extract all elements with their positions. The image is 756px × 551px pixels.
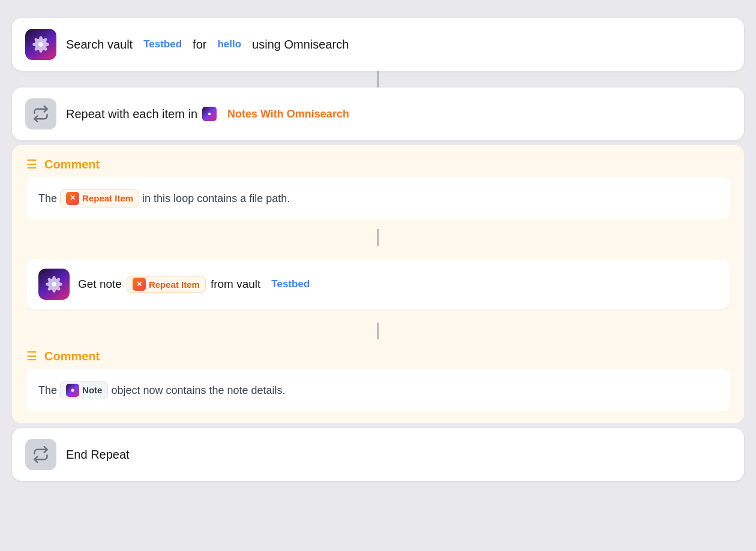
comment1-suffix: in this loop contains a file path. bbox=[142, 190, 290, 207]
connector-line1 bbox=[377, 71, 379, 88]
step1-search-token[interactable]: hello bbox=[211, 37, 247, 52]
step1-suffix: using Omnisearch bbox=[252, 38, 349, 52]
step3-mid: from vault bbox=[211, 278, 260, 291]
connector3 bbox=[26, 323, 730, 339]
step1-text: Search vault Testbed for hello using Omn… bbox=[66, 37, 349, 52]
comment1-header: ☰ Comment bbox=[26, 157, 730, 171]
comment2-block: ☰ Comment The Note object now contains t… bbox=[26, 349, 730, 411]
comment2-icon: ☰ bbox=[26, 349, 37, 363]
step2-card[interactable]: Repeat with each item in Notes With Omni… bbox=[12, 88, 744, 140]
step3-text: Get note ✕ Repeat Item from vault Testbe… bbox=[78, 276, 316, 293]
end-repeat-icon bbox=[25, 439, 56, 470]
gear-icon bbox=[25, 29, 56, 60]
step3-prefix: Get note bbox=[78, 278, 122, 291]
connector2 bbox=[26, 229, 730, 246]
step4-text: End Repeat bbox=[66, 448, 130, 462]
step3-vault-token[interactable]: Testbed bbox=[265, 276, 316, 292]
svg-point-0 bbox=[208, 113, 211, 116]
comment2-title: Comment bbox=[44, 350, 100, 363]
gear-icon2 bbox=[38, 269, 70, 300]
step3-card[interactable]: Get note ✕ Repeat Item from vault Testbe… bbox=[26, 259, 730, 309]
step3-token-label: Repeat Item bbox=[149, 279, 200, 290]
comment2-suffix: object now contains the note details. bbox=[111, 382, 285, 399]
comment1-repeat-token[interactable]: ✕ Repeat Item bbox=[60, 189, 139, 207]
step2-prefix: Repeat with each item in bbox=[66, 107, 197, 121]
comment1-block: ☰ Comment The ✕ Repeat Item in this loop… bbox=[26, 157, 730, 219]
connector-line3 bbox=[377, 323, 379, 339]
connector-line2 bbox=[377, 229, 379, 246]
comment2-header: ☰ Comment bbox=[26, 349, 730, 363]
comment1-token-label: Repeat Item bbox=[82, 191, 133, 206]
comment1-icon: ☰ bbox=[26, 157, 37, 171]
step1-for: for bbox=[193, 38, 206, 52]
svg-point-1 bbox=[71, 389, 74, 392]
comment2-note-token[interactable]: Note bbox=[60, 381, 108, 399]
step4-label: End Repeat bbox=[66, 448, 130, 462]
comment2-token-label: Note bbox=[82, 383, 102, 398]
step1-vault-token[interactable]: Testbed bbox=[137, 37, 188, 52]
comment1-title: Comment bbox=[44, 158, 100, 171]
comment2-body: The Note object now contains the note de… bbox=[26, 369, 730, 411]
comment1-prefix: The bbox=[38, 190, 57, 207]
step1-prefix: Search vault bbox=[66, 38, 133, 52]
comment2-prefix: The bbox=[38, 382, 57, 399]
step2-text: Repeat with each item in Notes With Omni… bbox=[66, 106, 355, 122]
note-icon-inline bbox=[66, 384, 79, 397]
loop-body: ☰ Comment The ✕ Repeat Item in this loop… bbox=[12, 145, 744, 423]
step2-source-token[interactable]: Notes With Omnisearch bbox=[221, 106, 355, 122]
repeat-x-icon2: ✕ bbox=[133, 278, 146, 291]
step1-card[interactable]: Search vault Testbed for hello using Omn… bbox=[12, 18, 744, 71]
repeat-x-icon1: ✕ bbox=[66, 192, 79, 205]
step4-card[interactable]: End Repeat bbox=[12, 428, 744, 481]
repeat-icon bbox=[25, 98, 56, 130]
omnisearch-icon-inline bbox=[202, 107, 217, 121]
connector1 bbox=[12, 71, 744, 88]
comment1-body: The ✕ Repeat Item in this loop contains … bbox=[26, 177, 730, 219]
step3-repeat-token[interactable]: ✕ Repeat Item bbox=[127, 276, 206, 293]
